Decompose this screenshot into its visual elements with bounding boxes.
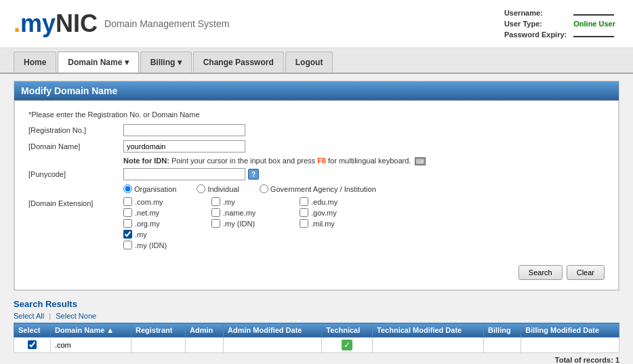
punycode-input[interactable] (123, 168, 245, 180)
nav-bar: Home Domain Name ▾ Billing ▾ Change Pass… (0, 48, 633, 74)
ext-my-idn2[interactable]: .my (IDN) (211, 219, 300, 228)
td-domain-name: .com (50, 338, 131, 353)
ext-namemy-checkbox[interactable] (211, 208, 220, 217)
password-expiry-label: Password Expiry: (502, 30, 569, 39)
td-billing-modified-date (521, 338, 619, 353)
clear-button[interactable]: Clear (567, 265, 605, 280)
punycode-label: [Punycode] (28, 170, 123, 178)
td-admin-modified-date (224, 338, 322, 353)
nav-item-change-password[interactable]: Change Password (193, 48, 285, 73)
punycode-help-button[interactable]: ? (248, 169, 259, 180)
extension-checkboxes: .com.my .net.my .org.my .my .my (IDN) .m… (123, 197, 388, 251)
th-domain-name: Domain Name ▲ (50, 323, 131, 338)
logo: .myNIC (14, 9, 98, 38)
ext-commy[interactable]: .com.my (123, 197, 211, 206)
ext-govmy[interactable]: .gov.my (300, 208, 388, 217)
ext-col-1: .com.my .net.my .org.my .my .my (IDN) (123, 197, 211, 251)
extension-checkbox-cols: .com.my .net.my .org.my .my .my (IDN) .m… (123, 197, 388, 251)
nav-item-domain-name[interactable]: Domain Name ▾ (58, 48, 140, 73)
radio-government-input[interactable] (260, 184, 268, 193)
ext-dotmy-checkbox[interactable] (211, 197, 220, 206)
ext-commy-checkbox[interactable] (123, 197, 132, 206)
table-row: .com ✓ (14, 338, 619, 353)
registration-row: [Registration No.] (28, 124, 605, 136)
technical-checkmark-icon: ✓ (342, 340, 352, 350)
ext-netmy[interactable]: .net.my (123, 208, 211, 217)
nav-link-logout[interactable]: Logout (285, 52, 333, 73)
total-value: 1 (615, 356, 619, 364)
th-admin: Admin (186, 323, 224, 338)
select-links: Select All | Select None (14, 312, 619, 320)
ext-edumy-checkbox[interactable] (300, 197, 308, 206)
ext-edumy[interactable]: .edu.my (300, 197, 388, 206)
ext-orgmy[interactable]: .org.my (123, 219, 211, 228)
ext-govmy-checkbox[interactable] (300, 208, 308, 217)
radio-organisation[interactable]: Organisation (123, 184, 176, 193)
nav-link-home[interactable]: Home (14, 52, 56, 73)
modify-domain-section: Modify Domain Name *Please enter the Reg… (14, 81, 619, 291)
radio-organisation-input[interactable] (123, 184, 132, 193)
domain-name-input-wrapper (123, 140, 245, 153)
registrant-type-group: Organisation Individual Government Agenc… (123, 184, 605, 193)
ext-my-idn-checkbox[interactable] (123, 241, 132, 249)
ext-my-idn[interactable]: .my (IDN) (123, 241, 211, 249)
td-billing (484, 338, 521, 353)
logo-subtitle: Domain Management System (104, 18, 229, 29)
ext-my-idn2-checkbox[interactable] (211, 219, 220, 228)
logo-area: .myNIC Domain Management System (14, 9, 229, 38)
form-note: *Please enter the Registration No. or Do… (28, 110, 605, 119)
registration-input[interactable] (123, 124, 245, 136)
nav-item-home[interactable]: Home (14, 48, 58, 73)
nav-item-logout[interactable]: Logout (285, 48, 335, 73)
nav-item-billing[interactable]: Billing ▾ (140, 48, 193, 73)
ext-milmy[interactable]: .mil.my (300, 219, 388, 228)
nav-link-billing[interactable]: Billing ▾ (140, 52, 192, 73)
ext-netmy-checkbox[interactable] (123, 208, 132, 217)
idn-f8-key: F8 (317, 157, 326, 165)
registration-input-wrapper (123, 124, 245, 136)
td-select[interactable] (14, 338, 51, 353)
username-label: Username: (502, 8, 569, 18)
select-all-link[interactable]: Select All (14, 312, 44, 320)
ext-dotmy[interactable]: .my (211, 197, 300, 206)
th-billing: Billing (484, 323, 521, 338)
domain-extension-row: [Domain Extension] .com.my .net.my .org.… (28, 197, 605, 256)
domain-extension-label: [Domain Extension] (28, 197, 123, 207)
logo-nic: NIC (56, 9, 98, 37)
punycode-row: [Punycode] ? (28, 168, 605, 180)
select-separator: | (49, 312, 53, 320)
usertype-value: Online User (573, 20, 615, 28)
username-value (573, 14, 614, 16)
ext-milmy-checkbox[interactable] (300, 219, 308, 228)
logo-my: my (20, 9, 56, 37)
radio-individual[interactable]: Individual (197, 184, 239, 193)
row-select-checkbox[interactable] (28, 340, 37, 349)
idn-note-text: Point your cursor in the input box and p… (171, 157, 315, 165)
ext-my[interactable]: .my (123, 230, 211, 239)
nav-link-change-password[interactable]: Change Password (193, 52, 284, 73)
ext-col-2: .my .name.my .my (IDN) (211, 197, 300, 251)
select-none-link[interactable]: Select None (56, 312, 96, 320)
usertype-label: User Type: (502, 19, 569, 28)
results-table: Select Domain Name ▲ Registrant Admin Ad… (14, 323, 619, 353)
th-select: Select (14, 323, 51, 338)
ext-my-checkbox[interactable] (123, 230, 132, 239)
radio-government[interactable]: Government Agency / Institution (260, 184, 376, 193)
td-admin (186, 338, 224, 353)
nav-link-domain-name[interactable]: Domain Name ▾ (58, 52, 138, 73)
header: .myNIC Domain Management System Username… (0, 0, 633, 48)
section-title: Modify Domain Name (14, 81, 619, 100)
search-button-row: Search Clear (28, 260, 605, 280)
th-billing-modified-date: Billing Modified Date (521, 323, 619, 338)
ext-orgmy-checkbox[interactable] (123, 219, 132, 228)
domain-name-input[interactable] (123, 140, 245, 153)
table-header-row: Select Domain Name ▲ Registrant Admin Ad… (14, 323, 619, 338)
th-admin-modified-date: Admin Modified Date (224, 323, 322, 338)
th-technical-modified-date: Technical Modified Date (373, 323, 484, 338)
total-label: Total of records: (555, 356, 613, 364)
radio-individual-input[interactable] (197, 184, 205, 193)
search-button[interactable]: Search (518, 265, 563, 280)
ext-namemy[interactable]: .name.my (211, 208, 300, 217)
th-registrant: Registrant (131, 323, 185, 338)
user-info: Username: User Type: Online User Passwor… (500, 7, 619, 41)
